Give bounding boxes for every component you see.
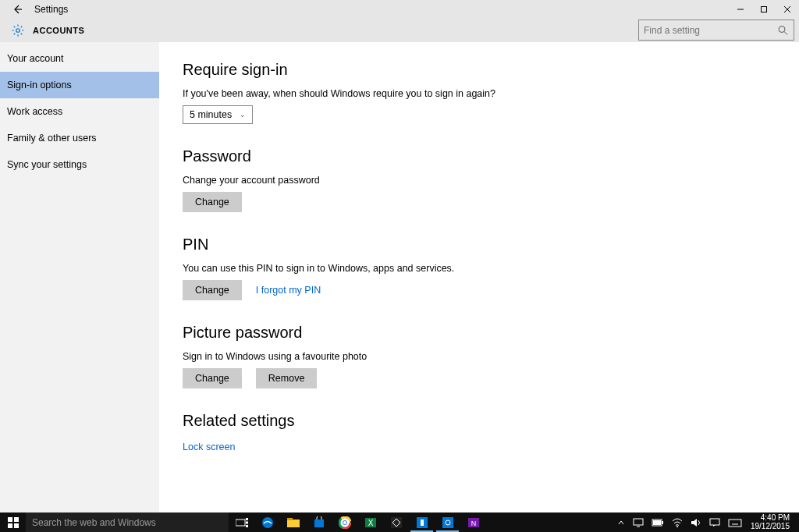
- svg-rect-34: [634, 519, 643, 525]
- password-change-button[interactable]: Change: [183, 192, 242, 212]
- tray-display-icon[interactable]: [629, 512, 648, 532]
- tray-battery-icon[interactable]: [648, 512, 668, 532]
- search-icon: [778, 25, 788, 35]
- require-signin-heading: Require sign-in: [183, 61, 799, 79]
- sidebar-item-sync-your-settings[interactable]: Sync your settings: [0, 151, 159, 178]
- clock-time: 4:40 PM: [751, 514, 790, 523]
- pin-change-button[interactable]: Change: [183, 280, 242, 300]
- tray-keyboard-icon[interactable]: [724, 512, 746, 532]
- taskbar-app-unity[interactable]: [383, 512, 409, 532]
- tray-action-center-icon[interactable]: [705, 512, 724, 532]
- task-view-button[interactable]: [229, 518, 254, 527]
- sidebar: Your account Sign-in options Work access…: [0, 42, 159, 512]
- pin-heading: PIN: [183, 236, 799, 254]
- password-desc: Change your account password: [183, 175, 799, 186]
- svg-rect-40: [710, 519, 719, 525]
- svg-rect-1: [762, 7, 767, 12]
- clock-date: 19/12/2015: [751, 523, 790, 531]
- svg-rect-41: [729, 520, 741, 527]
- taskbar-app-settings[interactable]: [435, 512, 460, 532]
- svg-point-39: [676, 526, 678, 527]
- password-heading: Password: [183, 147, 799, 165]
- require-signin-dropdown[interactable]: 5 minutes ⌄: [183, 105, 253, 124]
- taskbar-app-store[interactable]: [306, 512, 332, 532]
- picture-password-remove-button[interactable]: Remove: [256, 368, 318, 388]
- svg-text:X: X: [368, 519, 373, 527]
- section-title: ACCOUNTS: [33, 26, 84, 35]
- svg-rect-29: [421, 520, 424, 526]
- svg-rect-38: [653, 520, 661, 525]
- taskbar-search-placeholder: Search the web and Windows: [32, 517, 156, 528]
- require-signin-desc: If you've been away, when should Windows…: [183, 88, 799, 99]
- lock-screen-link[interactable]: Lock screen: [183, 442, 235, 452]
- pin-desc: You can use this PIN to sign in to Windo…: [183, 263, 799, 274]
- taskbar-app-generic-1[interactable]: [409, 512, 435, 532]
- taskbar-search[interactable]: Search the web and Windows: [26, 512, 229, 532]
- taskbar-app-explorer[interactable]: [280, 512, 306, 532]
- svg-rect-13: [246, 521, 248, 523]
- sidebar-item-your-account[interactable]: Your account: [0, 45, 159, 72]
- picture-password-desc: Sign in to Windows using a favourite pho…: [183, 351, 799, 362]
- sidebar-item-family-other-users[interactable]: Family & other users: [0, 125, 159, 151]
- window-title: Settings: [34, 4, 68, 15]
- chevron-down-icon: ⌄: [240, 111, 246, 119]
- svg-rect-11: [236, 520, 245, 526]
- svg-rect-16: [287, 520, 300, 527]
- svg-rect-9: [8, 523, 12, 528]
- back-button[interactable]: [12, 4, 23, 15]
- svg-rect-18: [314, 520, 324, 527]
- tray-overflow-icon[interactable]: [613, 512, 629, 532]
- svg-rect-37: [662, 521, 663, 524]
- tray-wifi-icon[interactable]: [668, 512, 687, 532]
- svg-point-4: [16, 29, 20, 33]
- search-input[interactable]: [638, 20, 794, 41]
- svg-text:N: N: [471, 520, 476, 527]
- start-button[interactable]: [0, 512, 26, 532]
- taskbar-app-chrome[interactable]: [332, 512, 357, 532]
- picture-password-heading: Picture password: [183, 324, 799, 342]
- taskbar-app-excel[interactable]: X: [357, 512, 383, 532]
- titlebar: Settings: [0, 0, 799, 19]
- svg-point-24: [343, 521, 346, 524]
- svg-rect-12: [246, 518, 248, 520]
- taskbar-clock[interactable]: 4:40 PM 19/12/2015: [746, 514, 794, 530]
- svg-rect-14: [246, 525, 248, 527]
- svg-rect-30: [442, 517, 453, 528]
- svg-point-5: [779, 26, 785, 32]
- tray-volume-icon[interactable]: [687, 512, 705, 532]
- taskbar-app-onenote[interactable]: N: [460, 512, 486, 532]
- dropdown-value: 5 minutes: [190, 109, 232, 120]
- sidebar-item-sign-in-options[interactable]: Sign-in options: [0, 72, 159, 98]
- sidebar-item-work-access[interactable]: Work access: [0, 98, 159, 125]
- svg-rect-7: [8, 517, 12, 522]
- show-desktop-button[interactable]: [794, 512, 799, 532]
- close-button[interactable]: [776, 0, 799, 19]
- svg-line-6: [784, 31, 787, 34]
- taskbar: Search the web and Windows X N 4:40 PM 1…: [0, 512, 799, 532]
- svg-rect-10: [14, 523, 19, 528]
- header: ACCOUNTS: [0, 19, 799, 42]
- related-settings-heading: Related settings: [183, 412, 799, 430]
- svg-rect-17: [287, 518, 293, 520]
- picture-password-change-button[interactable]: Change: [183, 368, 242, 388]
- taskbar-app-edge[interactable]: [254, 512, 280, 532]
- gear-icon: [11, 23, 25, 37]
- svg-rect-8: [14, 517, 19, 522]
- forgot-pin-link[interactable]: I forgot my PIN: [256, 285, 321, 296]
- minimize-button[interactable]: [729, 0, 752, 19]
- maximize-button[interactable]: [752, 0, 776, 19]
- content: Require sign-in If you've been away, whe…: [159, 42, 799, 512]
